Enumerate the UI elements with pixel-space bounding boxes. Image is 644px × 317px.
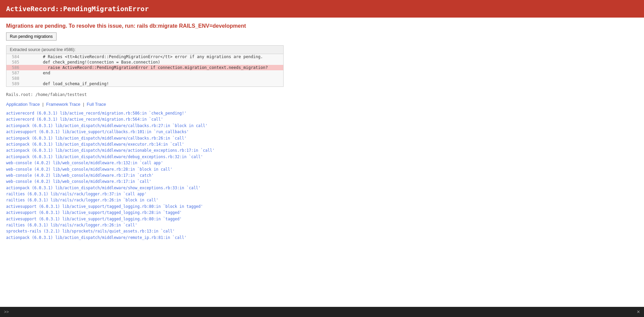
trace-item-link[interactable]: web-console (4.0.2) lib/web_console/midd… (6, 167, 173, 172)
trace-item-link[interactable]: actionpack (6.0.3.1) lib/action_dispatch… (6, 154, 203, 159)
error-title: ActiveRecord::PendingMigrationError (6, 5, 638, 13)
trace-list-item: web-console (4.0.2) lib/web_console/midd… (6, 172, 638, 178)
source-box-header: Extracted source (around line #586): (6, 46, 283, 54)
run-migrations-button[interactable]: Run pending migrations (6, 32, 57, 41)
trace-list-item: actionpack (6.0.3.1) lib/action_dispatch… (6, 135, 638, 141)
trace-links: Application Trace | Framework Trace | Fu… (6, 102, 638, 107)
trace-item-link[interactable]: web-console (4.0.2) lib/web_console/midd… (6, 179, 151, 184)
trace-separator-1: | (42, 102, 45, 107)
main-content: Migrations are pending. To resolve this … (0, 18, 644, 246)
line-code: def check_pending!(connection = Base.con… (23, 60, 160, 65)
full-trace-link[interactable]: Full Trace (87, 102, 106, 107)
source-code: 584 # Raises <tt>ActiveRecord::PendingMi… (6, 54, 283, 87)
source-box: Extracted source (around line #586): 584… (6, 45, 284, 87)
line-number: 589 (6, 81, 23, 86)
trace-item-link[interactable]: actionpack (6.0.3.1) lib/action_dispatch… (6, 186, 201, 190)
trace-list-item: actionpack (6.0.3.1) lib/action_dispatch… (6, 185, 638, 191)
error-header: ActiveRecord::PendingMigrationError (0, 0, 644, 18)
trace-list-item: railties (6.0.3.1) lib/rails/rack/logger… (6, 222, 638, 228)
trace-list-item: railties (6.0.3.1) lib/rails/rack/logger… (6, 197, 638, 203)
trace-list-item: web-console (4.0.2) lib/web_console/midd… (6, 166, 638, 172)
trace-list-item: web-console (4.0.2) lib/web_console/midd… (6, 160, 638, 166)
line-number: 584 (6, 54, 23, 59)
code-line: 584 # Raises <tt>ActiveRecord::PendingMi… (6, 54, 283, 59)
trace-list-item: actionpack (6.0.3.1) lib/action_dispatch… (6, 123, 638, 129)
trace-list-item: activesupport (6.0.3.1) lib/active_suppo… (6, 203, 638, 210)
trace-list-item: actionpack (6.0.3.1) lib/action_dispatch… (6, 235, 638, 241)
trace-item-link[interactable]: railties (6.0.3.1) lib/rails/rack/logger… (6, 198, 158, 202)
trace-item-link[interactable]: web-console (4.0.2) lib/web_console/midd… (6, 173, 154, 178)
trace-item-link[interactable]: actionpack (6.0.3.1) lib/action_dispatch… (6, 148, 215, 153)
trace-list-item: railties (6.0.3.1) lib/rails/rack/logger… (6, 191, 638, 197)
line-code: # Raises <tt>ActiveRecord::PendingMigrat… (23, 54, 263, 59)
trace-list: activerecord (6.0.3.1) lib/active_record… (6, 110, 638, 241)
line-number: 585 (6, 60, 23, 65)
trace-item-link[interactable]: activesupport (6.0.3.1) lib/active_suppo… (6, 217, 182, 221)
code-line: 587 end (6, 70, 283, 76)
code-line: 588 (6, 76, 283, 81)
trace-item-link[interactable]: activesupport (6.0.3.1) lib/active_suppo… (6, 210, 182, 215)
rails-root: Rails.root: /home/fabian/testtest (6, 92, 638, 97)
line-code: end (23, 71, 50, 75)
trace-item-link[interactable]: actionpack (6.0.3.1) lib/action_dispatch… (6, 235, 186, 240)
trace-list-item: activerecord (6.0.3.1) lib/active_record… (6, 116, 638, 122)
trace-item-link[interactable]: actionpack (6.0.3.1) lib/action_dispatch… (6, 136, 186, 141)
application-trace-link[interactable]: Application Trace (6, 102, 40, 107)
code-line: 586 raise ActiveRecord::PendingMigration… (6, 65, 283, 70)
trace-item-link[interactable]: railties (6.0.3.1) lib/rails/rack/logger… (6, 223, 137, 227)
trace-list-item: activesupport (6.0.3.1) lib/active_suppo… (6, 129, 638, 135)
code-line: 589 def load_schema_if_pending! (6, 81, 283, 87)
line-number: 587 (6, 71, 23, 75)
line-number: 586 (6, 65, 23, 70)
trace-list-item: actionpack (6.0.3.1) lib/action_dispatch… (6, 154, 638, 160)
code-line: 585 def check_pending!(connection = Base… (6, 59, 283, 65)
trace-item-link[interactable]: actionpack (6.0.3.1) lib/action_dispatch… (6, 142, 184, 147)
trace-list-item: activesupport (6.0.3.1) lib/active_suppo… (6, 210, 638, 216)
trace-item-link[interactable]: activerecord (6.0.3.1) lib/active_record… (6, 117, 163, 122)
line-code: raise ActiveRecord::PendingMigrationErro… (23, 65, 268, 70)
line-code: def load_schema_if_pending! (23, 81, 109, 86)
trace-list-item: web-console (4.0.2) lib/web_console/midd… (6, 178, 638, 185)
trace-item-link[interactable]: activerecord (6.0.3.1) lib/active_record… (6, 111, 186, 116)
framework-trace-link[interactable]: Framework Trace (46, 102, 80, 107)
trace-item-link[interactable]: sprockets-rails (3.2.1) lib/sprockets/ra… (6, 229, 175, 234)
trace-list-item: activesupport (6.0.3.1) lib/active_suppo… (6, 216, 638, 222)
trace-item-link[interactable]: activesupport (6.0.3.1) lib/active_suppo… (6, 129, 189, 134)
trace-item-link[interactable]: activesupport (6.0.3.1) lib/active_suppo… (6, 204, 203, 209)
trace-list-item: activerecord (6.0.3.1) lib/active_record… (6, 110, 638, 116)
trace-item-link[interactable]: actionpack (6.0.3.1) lib/action_dispatch… (6, 123, 207, 128)
trace-list-item: actionpack (6.0.3.1) lib/action_dispatch… (6, 147, 638, 153)
trace-item-link[interactable]: web-console (4.0.2) lib/web_console/midd… (6, 161, 163, 165)
trace-list-item: sprockets-rails (3.2.1) lib/sprockets/ra… (6, 228, 638, 234)
line-number: 588 (6, 76, 23, 81)
trace-item-link[interactable]: railties (6.0.3.1) lib/rails/rack/logger… (6, 192, 147, 196)
migration-message: Migrations are pending. To resolve this … (6, 23, 638, 29)
trace-list-item: actionpack (6.0.3.1) lib/action_dispatch… (6, 141, 638, 147)
trace-separator-2: | (83, 102, 85, 107)
